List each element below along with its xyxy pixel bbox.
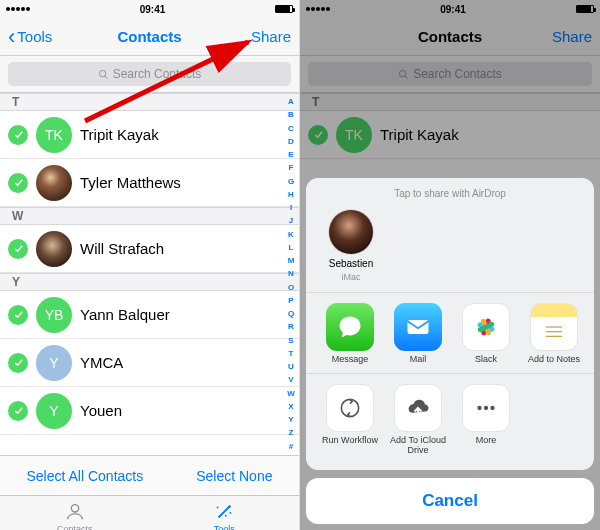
wand-icon [213,501,235,523]
svg-point-0 [99,70,105,76]
contact-name: Yann Balquer [80,306,170,323]
share-action-workflow[interactable]: Run Workflow [316,384,384,456]
section-header-w: W [0,207,299,225]
icloud-icon [394,384,442,432]
svg-point-6 [225,515,227,517]
contact-row[interactable]: Y YMCA [0,339,299,387]
avatar [36,165,72,201]
contact-row[interactable]: Y Youen [0,387,299,435]
back-button[interactable]: ‹ Tools [8,26,64,48]
section-header-y: Y [0,273,299,291]
svg-point-7 [230,512,232,514]
back-label: Tools [17,28,52,45]
check-icon[interactable] [8,239,28,259]
airdrop-target[interactable]: Sebastien iMac [320,209,382,282]
avatar: YB [36,297,72,333]
search-input[interactable]: Search Contacts [8,62,291,86]
chevron-left-icon: ‹ [8,26,15,48]
svg-point-22 [490,406,494,410]
select-none-button[interactable]: Select None [196,468,272,484]
share-app-notes[interactable]: Add to Notes [520,303,588,365]
contact-name: Tyler Matthews [80,174,181,191]
search-icon [98,69,109,80]
contact-name: YMCA [80,354,123,371]
person-icon [64,501,86,523]
svg-point-21 [484,406,488,410]
share-apps-row: Message Mail Slack Add to Notes [306,303,594,373]
contact-name: Youen [80,402,122,419]
status-time: 09:41 [140,4,166,15]
tab-tools[interactable]: Tools [150,496,300,530]
svg-line-3 [219,507,230,518]
select-all-button[interactable]: Select All Contacts [26,468,143,484]
mail-icon [394,303,442,351]
avatar [36,231,72,267]
tab-contacts[interactable]: Contacts [0,496,150,530]
check-icon[interactable] [8,173,28,193]
svg-point-20 [477,406,481,410]
airdrop-avatar [328,209,374,255]
svg-point-4 [228,505,231,508]
svg-point-5 [217,507,219,509]
check-icon[interactable] [8,305,28,325]
svg-point-19 [341,400,358,417]
share-action-more[interactable]: More [452,384,520,456]
share-app-slack[interactable]: Slack [452,303,520,365]
section-header-t: T [0,93,299,111]
contact-row[interactable]: YB Yann Balquer [0,291,299,339]
svg-line-1 [105,75,108,78]
share-actions-row: Run Workflow Add To iCloud Drive More [306,384,594,464]
cancel-button[interactable]: Cancel [306,478,594,524]
contact-row[interactable]: Will Strafach [0,225,299,273]
check-icon[interactable] [8,353,28,373]
more-icon [462,384,510,432]
share-button[interactable]: Share [235,28,291,45]
svg-rect-11 [408,320,429,334]
workflow-icon [326,384,374,432]
search-placeholder: Search Contacts [113,67,202,81]
phone-right: 09:41 Contacts Share Search Contacts T T… [300,0,600,530]
check-icon[interactable] [8,125,28,145]
message-icon [326,303,374,351]
share-app-mail[interactable]: Mail [384,303,452,365]
footer-buttons: Select All Contacts Select None [0,455,299,495]
nav-title: Contacts [64,28,235,45]
contact-row[interactable]: Tyler Matthews [0,159,299,207]
phone-left: 09:41 ‹ Tools Contacts Share Search Cont… [0,0,300,530]
airdrop-title: Tap to share with AirDrop [306,188,594,199]
contact-name: Will Strafach [80,240,164,257]
notes-icon [530,303,578,351]
svg-point-2 [71,505,78,512]
nav-bar: ‹ Tools Contacts Share [0,18,299,56]
contact-row[interactable]: TK Tripit Kayak [0,111,299,159]
share-sheet: Tap to share with AirDrop Sebastien iMac… [306,178,594,524]
avatar: Y [36,393,72,429]
index-bar[interactable]: ABCDEFGHIJKLMNOPQRSTUVWXYZ# [285,95,297,453]
contacts-list: T TK Tripit Kayak Tyler Matthews W Will … [0,93,299,455]
share-action-icloud[interactable]: Add To iCloud Drive [384,384,452,456]
share-app-message[interactable]: Message [316,303,384,365]
avatar: TK [36,117,72,153]
avatar: Y [36,345,72,381]
check-icon[interactable] [8,401,28,421]
contact-name: Tripit Kayak [80,126,159,143]
slack-icon [462,303,510,351]
tab-bar: Contacts Tools [0,495,299,530]
status-bar: 09:41 [0,0,299,18]
